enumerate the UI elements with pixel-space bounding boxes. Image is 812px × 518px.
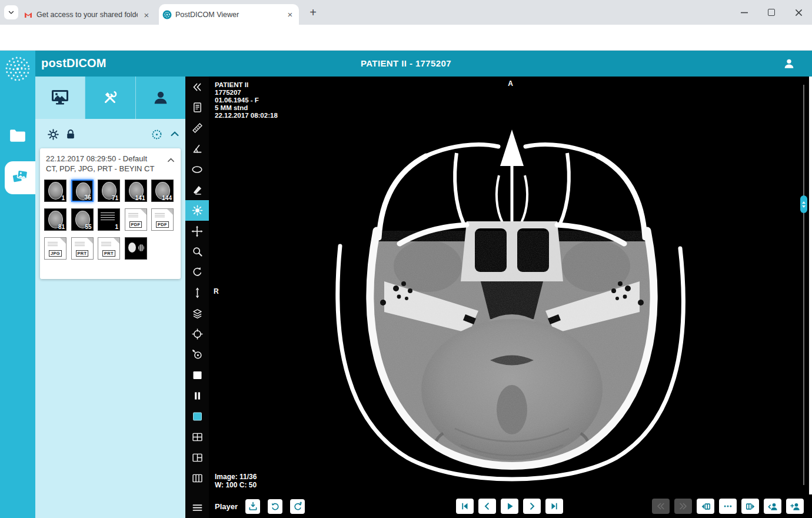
app-header: postDICOM PATIENT II - 1775207 (0, 51, 812, 77)
more-options-button[interactable] (719, 499, 737, 514)
series-thumbnail[interactable]: 144 (151, 180, 174, 202)
export-button[interactable] (245, 499, 260, 514)
overlay-birth-sex: 01.06.1945 - F (215, 97, 278, 104)
eraser-tool-button[interactable] (185, 180, 209, 200)
browser-tab-postdicom[interactable]: PostDICOM Viewer × (159, 4, 299, 25)
report-tool-button[interactable] (185, 97, 209, 118)
pan-tool-button[interactable] (185, 221, 209, 241)
angle-tool-button[interactable] (185, 138, 209, 159)
window-level-tool-button[interactable] (185, 200, 209, 221)
account-button[interactable] (783, 57, 796, 72)
series-thumbnail[interactable]: 55 (71, 208, 94, 231)
overlay-patient-name: PATIENT II (215, 81, 278, 89)
tab-close-icon[interactable]: × (285, 9, 295, 20)
layout-split-button[interactable] (185, 447, 209, 468)
cine-settings-button[interactable] (290, 499, 305, 514)
close-window-button[interactable] (785, 0, 812, 25)
last-image-button[interactable] (545, 499, 563, 514)
doc-type-label: PRT (102, 250, 115, 257)
lock-button[interactable] (65, 128, 76, 143)
tab-patient-info[interactable] (135, 77, 185, 119)
settings-gear-button[interactable] (47, 128, 59, 143)
tab-search-button[interactable] (4, 5, 18, 19)
collapse-section-button[interactable] (169, 128, 181, 142)
image-scrollbar-thumb[interactable] (800, 195, 807, 213)
monitor-image-icon (49, 88, 71, 107)
next-study-button[interactable] (674, 499, 692, 514)
overlay-series-desc: 5 MM stnd (215, 104, 278, 112)
chevron-up-icon (169, 128, 181, 140)
series-thumbnail-selected[interactable]: 36 (71, 180, 94, 202)
player-bar: Player (209, 494, 812, 518)
minimize-button[interactable] (731, 0, 758, 25)
browser-tab-gmail[interactable]: Get access to your shared folde × (20, 5, 155, 25)
series-thumbnail-capture[interactable] (125, 237, 147, 260)
previous-study-button[interactable] (652, 499, 670, 514)
reference-lines-tool-button[interactable] (185, 344, 209, 365)
next-image-button[interactable] (523, 499, 541, 514)
series-thumbnail-report[interactable]: 1 (98, 208, 120, 231)
chevron-up-icon[interactable] (166, 155, 176, 168)
cine-loop-button[interactable] (268, 499, 282, 514)
pause-button[interactable] (185, 386, 209, 406)
play-button[interactable] (501, 499, 518, 514)
layout-ring-button[interactable] (151, 128, 163, 143)
series-thumbnail[interactable]: 1 (44, 180, 66, 202)
thumb-count: 55 (85, 224, 91, 230)
layout-previous-button[interactable] (697, 499, 714, 514)
screen: Get access to your shared folde × PostDI… (0, 0, 812, 518)
tab-title: Get access to your shared folde (36, 11, 138, 19)
brightness-icon (191, 204, 204, 217)
tab-tools[interactable] (85, 77, 135, 119)
doc-type-label: PRT (76, 250, 89, 257)
double-chevron-left-icon (655, 501, 666, 512)
ellipse-tool-button[interactable] (185, 159, 209, 180)
pause-icon (191, 390, 204, 402)
toolbar-menu-button[interactable] (185, 497, 209, 518)
image-viewport[interactable]: PATIENT II 1775207 01.06.1945 - F 5 MM s… (209, 77, 812, 494)
sidebar-item-image-viewer[interactable] (5, 161, 35, 194)
series-thumbnail[interactable]: 71 (98, 180, 120, 202)
ruler-tool-button[interactable] (185, 118, 209, 138)
scroll-stack-tool-button[interactable] (185, 283, 209, 303)
zoom-tool-button[interactable] (185, 241, 209, 262)
preset-white-button[interactable] (185, 365, 209, 386)
ct-image[interactable] (209, 77, 812, 494)
image-scrollbar-track[interactable] (803, 85, 804, 485)
target-arrow-icon (191, 348, 204, 361)
eraser-icon (191, 184, 204, 196)
tab-series-browser[interactable] (35, 77, 85, 119)
white-square-icon (191, 369, 204, 381)
series-thumbnail-document[interactable]: PRT (71, 237, 94, 260)
series-group-header[interactable]: 22.12.2017 08:29:50 - Default CT, PDF, J… (40, 148, 181, 175)
sidebar-item-folders[interactable] (9, 128, 26, 145)
user-share-button[interactable] (764, 499, 781, 514)
angle-icon (191, 142, 204, 155)
rotate-tool-button[interactable] (185, 262, 209, 283)
user-add-button[interactable] (786, 499, 804, 514)
series-thumbnail-document[interactable]: JPG (44, 237, 66, 260)
new-tab-button[interactable]: + (306, 5, 320, 19)
maximize-button[interactable] (758, 0, 785, 25)
series-thumbnail-document[interactable]: PRT (98, 237, 120, 260)
series-thumbnail[interactable]: 81 (44, 208, 66, 231)
first-image-button[interactable] (456, 499, 474, 514)
previous-image-button[interactable] (478, 499, 496, 514)
series-thumbnail-document[interactable]: PDF (151, 208, 174, 231)
layout-next-button[interactable] (741, 499, 759, 514)
collapse-panel-button[interactable] (185, 77, 209, 97)
layout-2x2-button[interactable] (185, 427, 209, 447)
capture-thumb-image (128, 243, 136, 253)
layout-columns-button[interactable] (185, 468, 209, 489)
user-plus-icon (790, 501, 801, 512)
stack-layers-tool-button[interactable] (185, 303, 209, 324)
player-label: Player (215, 502, 238, 511)
localizer-tool-button[interactable] (185, 324, 209, 344)
report-thumb-lines (101, 212, 115, 222)
series-thumbnail-document[interactable]: PDF (125, 208, 147, 231)
page-fold (87, 238, 93, 244)
series-thumbnail[interactable]: 141 (125, 180, 147, 202)
tab-close-icon[interactable]: × (141, 9, 152, 20)
grid-2x2-icon (191, 431, 204, 443)
preset-cyan-button[interactable] (185, 406, 209, 427)
